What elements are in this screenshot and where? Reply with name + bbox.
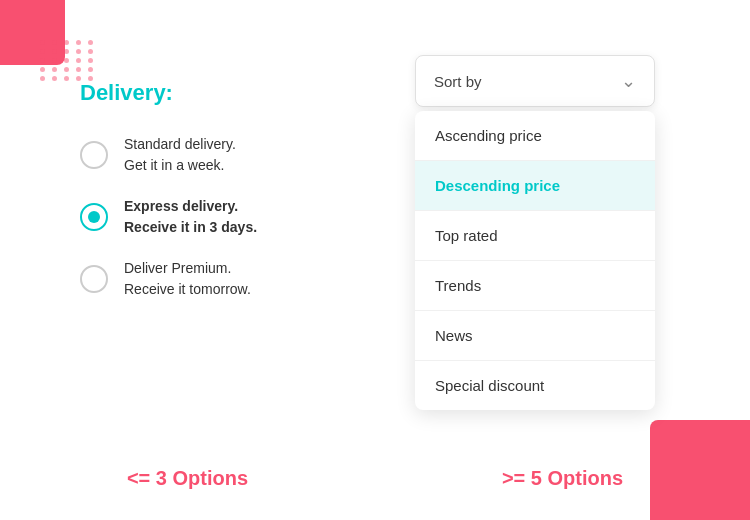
delivery-option-premium[interactable]: Deliver Premium.Receive it tomorrow. [80,258,360,300]
delivery-label-express: Express delivery.Receive it in 3 days. [124,196,257,238]
sort-option-trends[interactable]: Trends [415,261,655,311]
sort-option-news[interactable]: News [415,311,655,361]
sort-dropdown-trigger[interactable]: Sort by ⌄ [415,55,655,107]
sort-option-descending-price[interactable]: Descending price [415,161,655,211]
delivery-options: Standard delivery.Get it in a week. Expr… [80,134,360,300]
bottom-labels: <= 3 Options >= 5 Options [0,467,750,490]
radio-express[interactable] [80,203,108,231]
options-label-left: <= 3 Options [127,467,248,490]
options-label-right: >= 5 Options [502,467,623,490]
sort-dropdown-panel: Sort by ⌄ Ascending price Descending pri… [415,55,655,410]
left-panel: Delivery: Standard delivery.Get it in a … [80,80,360,300]
radio-standard[interactable] [80,141,108,169]
delivery-label-standard: Standard delivery.Get it in a week. [124,134,236,176]
delivery-label-premium: Deliver Premium.Receive it tomorrow. [124,258,251,300]
sort-option-ascending-price[interactable]: Ascending price [415,111,655,161]
delivery-title: Delivery: [80,80,360,106]
sort-dropdown-menu: Ascending price Descending price Top rat… [415,111,655,410]
chevron-down-icon: ⌄ [621,70,636,92]
sort-option-special-discount[interactable]: Special discount [415,361,655,410]
sort-label: Sort by [434,73,482,90]
delivery-option-standard[interactable]: Standard delivery.Get it in a week. [80,134,360,176]
radio-premium[interactable] [80,265,108,293]
delivery-option-express[interactable]: Express delivery.Receive it in 3 days. [80,196,360,238]
sort-option-top-rated[interactable]: Top rated [415,211,655,261]
